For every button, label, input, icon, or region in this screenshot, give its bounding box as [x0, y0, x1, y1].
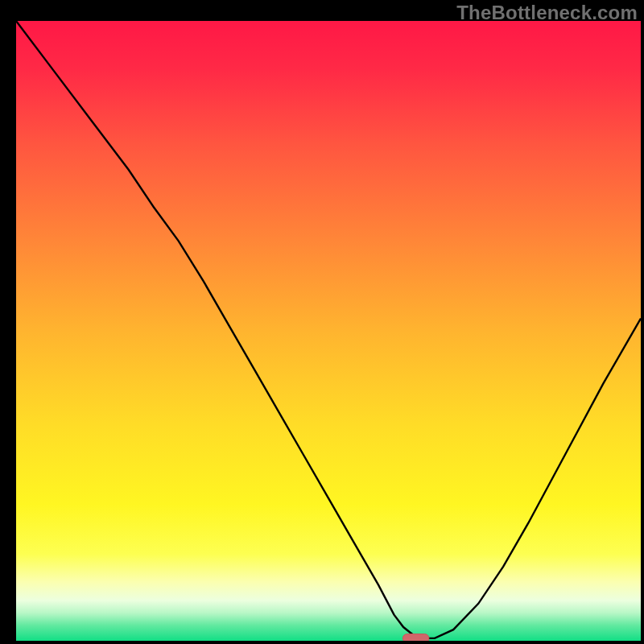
chart-frame: TheBottleneck.com	[0, 0, 644, 644]
gradient-background	[16, 21, 641, 641]
chart-svg	[16, 21, 641, 641]
plot-area	[16, 21, 641, 641]
watermark-text: TheBottleneck.com	[456, 2, 638, 24]
optimum-marker	[402, 634, 429, 641]
